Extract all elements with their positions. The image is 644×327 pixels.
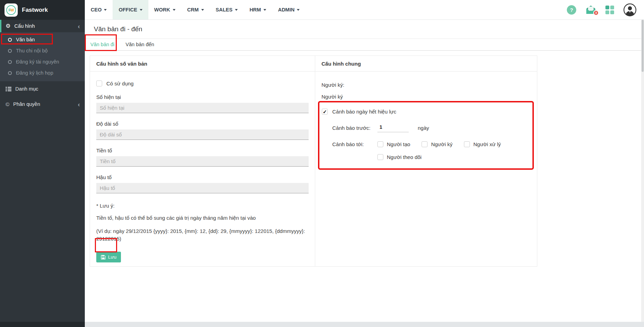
mail-icon[interactable]: 3 (586, 5, 596, 15)
checkbox-label: Người tạo (387, 141, 410, 147)
list-icon (6, 87, 11, 91)
sidebar-item-label: Cấu hình (14, 23, 35, 29)
chevron-left-icon: ‹ (78, 23, 80, 30)
field-label-so-hien-tai: Số hiện tại (96, 94, 309, 100)
notification-badge: 3 (593, 10, 599, 16)
sidebar-item-label: Thu chi nội bộ (16, 48, 48, 53)
signer-label: Người ký: (321, 82, 531, 88)
caret-down-icon (235, 9, 238, 11)
do-dai-so-input[interactable] (96, 129, 309, 140)
expiry-warning-group: Cảnh báo ngày hết hiệu lực Cảnh báo trướ… (321, 109, 531, 160)
content-card: Cấu hình số văn bản Có sử dụng Số hiện t… (90, 56, 537, 267)
checkbox-label: Cảnh báo ngày hết hiệu lực (332, 109, 396, 115)
field-label-hau-to: Hậu tố (96, 174, 309, 180)
sidebar: FW Fastwork ⚙ Cấu hình ‹ Văn bản Thu chi… (0, 0, 85, 327)
save-button-label: Lưu (108, 254, 116, 260)
nguoi-xu-ly-checkbox[interactable] (464, 141, 470, 147)
checkbox-label: Người xử lý (473, 141, 501, 147)
note-title: * Lưu ý: (96, 203, 309, 209)
warn-to-option-nguoi-theo-doi: Người theo dõi (377, 154, 422, 160)
circle-icon (8, 60, 12, 64)
panel-so-van-ban: Cấu hình số văn bản Có sử dụng Số hiện t… (90, 56, 315, 266)
warn-to-option-nguoi-xu-ly: Người xử lý (464, 141, 501, 147)
warn-to-option-nguoi-ky: Người ký (422, 141, 453, 147)
circle-icon (8, 71, 12, 75)
sidebar-submenu: Văn bản Thu chi nội bộ Đăng ký tài nguyê… (0, 32, 85, 81)
caret-down-icon (263, 9, 266, 11)
logo-letter-w: W (10, 8, 14, 12)
hau-to-input[interactable] (96, 183, 309, 193)
sidebar-item-van-ban[interactable]: Văn bản (0, 34, 85, 45)
gear-icon: ⚙ (6, 23, 10, 29)
brand-name: Fastwork (22, 7, 48, 14)
sidebar-item-label: Phân quyền (13, 101, 40, 107)
caret-down-icon (104, 9, 107, 11)
sidebar-item-phan-quyen[interactable]: © Phân quyền ‹ (0, 97, 85, 112)
warn-before-input[interactable] (377, 124, 409, 132)
sidebar-item-dang-ky-lich-hop[interactable]: Đăng ký lịch họp (0, 67, 85, 78)
sidebar-item-label: Văn bản (16, 37, 35, 42)
nguoi-theo-doi-checkbox[interactable] (377, 154, 383, 160)
user-silhouette-icon (623, 3, 636, 16)
tien-to-input[interactable] (96, 156, 309, 167)
co-su-dung-checkbox[interactable] (96, 81, 102, 86)
warn-to-label: Cảnh báo tới: (332, 141, 377, 147)
help-icon[interactable]: ? (567, 5, 576, 15)
tab-van-ban-di[interactable]: Văn bản đi (85, 39, 120, 50)
note-line-1: Tiền tố, hậu tố có thể bổ sung các giá t… (96, 214, 309, 222)
top-navbar: CEO OFFICE WORK CRM SALES HRM ADMIN ? 3 (85, 0, 644, 20)
sidebar-minimizer[interactable] (0, 322, 85, 327)
footer-strip (85, 322, 644, 327)
caret-down-icon (201, 9, 204, 11)
nav-item-crm[interactable]: CRM (181, 0, 210, 19)
warn-before-label: Cảnh báo trước: (332, 125, 377, 131)
nav-item-ceo[interactable]: CEO (85, 0, 113, 19)
floppy-save-icon (101, 255, 106, 260)
avatar[interactable] (623, 3, 636, 16)
note-line-2: (Ví dụ: ngày 29/12/2015 {yyyy}: 2015, {m… (96, 227, 309, 243)
so-hien-tai-input[interactable] (96, 103, 309, 113)
panel-chung: Cấu hình chung Người ký: Người ký Cảnh b… (315, 56, 537, 266)
page-title: Văn bản đi - đến (94, 25, 142, 33)
fastwork-logo-icon: FW (5, 3, 18, 17)
navbar-actions: ? 3 (567, 0, 644, 19)
panel-header: Cấu hình chung (315, 56, 537, 72)
signer-select[interactable]: Người ký (321, 94, 531, 100)
nav-item-office[interactable]: OFFICE (113, 0, 148, 19)
panel-header: Cấu hình số văn bản (90, 56, 315, 72)
tab-van-ban-den[interactable]: Văn bản đến (120, 39, 160, 50)
tabs: Văn bản đi Văn bản đến (85, 39, 644, 51)
checkbox-label: Có sử dụng (106, 81, 133, 86)
save-button[interactable]: Lưu (96, 252, 121, 262)
nguoi-tao-checkbox[interactable] (377, 141, 383, 147)
field-label-do-dai-so: Độ dài số (96, 121, 309, 127)
apps-grid-icon[interactable] (605, 6, 614, 14)
checkbox-label: Người theo dõi (387, 154, 422, 160)
caret-down-icon (173, 9, 176, 11)
circle-icon (8, 38, 12, 42)
sidebar-item-danh-muc[interactable]: Danh mục (0, 81, 85, 97)
caret-down-icon (297, 9, 300, 11)
circle-icon (8, 49, 12, 53)
page-title-bar: Văn bản đi - đến (85, 20, 644, 39)
sidebar-item-dang-ky-tai-nguyen[interactable]: Đăng ký tài nguyên (0, 56, 85, 67)
chevron-left-icon: ‹ (78, 101, 80, 108)
nav-menu: CEO OFFICE WORK CRM SALES HRM ADMIN (85, 0, 305, 19)
field-label-tien-to: Tiền tố (96, 148, 309, 153)
warn-to-option-nguoi-tao: Người tạo (377, 141, 410, 147)
nav-item-hrm[interactable]: HRM (244, 0, 272, 19)
sidebar-item-cau-hinh[interactable]: ⚙ Cấu hình ‹ (0, 20, 85, 32)
warn-before-unit: ngày (418, 125, 429, 131)
nav-item-work[interactable]: WORK (148, 0, 181, 19)
nav-item-sales[interactable]: SALES (210, 0, 244, 19)
canh-bao-het-hieu-luc-checkbox[interactable] (322, 109, 328, 115)
sidebar-item-label: Đăng ký tài nguyên (16, 59, 59, 65)
sidebar-item-label: Đăng ký lịch họp (16, 70, 53, 76)
caret-down-icon (140, 9, 142, 11)
sidebar-item-thu-chi-noi-bo[interactable]: Thu chi nội bộ (0, 45, 85, 56)
nav-item-admin[interactable]: ADMIN (272, 0, 306, 19)
sidebar-item-label: Danh mục (15, 86, 38, 92)
nguoi-ky-checkbox[interactable] (422, 141, 427, 147)
brand-header[interactable]: FW Fastwork (0, 0, 85, 20)
scrollbar-thumb[interactable] (642, 20, 644, 72)
